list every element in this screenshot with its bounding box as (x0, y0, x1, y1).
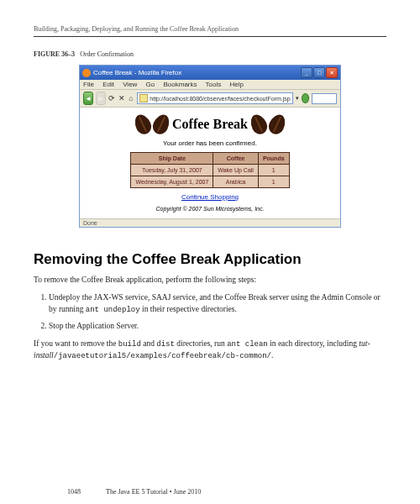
col-coffee: Coffee (213, 153, 259, 165)
step-text: Stop the Application Server. (49, 322, 139, 330)
figure-label: FIGURE 36–3 Order Confirmation (34, 50, 386, 58)
continue-shopping-link[interactable]: Continue Shopping (181, 193, 239, 201)
text: . (271, 351, 273, 360)
section-heading: Removing the Coffee Break Application (34, 251, 386, 268)
close-button[interactable]: × (326, 67, 338, 78)
step-item: Stop the Application Server. (49, 320, 386, 332)
code-text: build (118, 340, 141, 349)
col-shipdate: Ship Date (131, 153, 213, 165)
coffee-bean-icon (248, 112, 270, 136)
cell-pounds: 1 (258, 176, 289, 188)
window-title: Coffee Break - Mozilla Firefox (93, 69, 181, 76)
step-item: Undeploy the JAX-WS service, SAAJ servic… (49, 291, 386, 317)
copyright-text: Copyright © 2007 Sun Microsystems, Inc. (87, 206, 333, 212)
menu-tools[interactable]: Tools (206, 81, 222, 88)
text: in each directory, including (268, 339, 360, 348)
forward-button[interactable]: ► (96, 92, 106, 105)
menu-go[interactable]: Go (146, 81, 155, 88)
window-controls: _ □ × (301, 67, 338, 78)
after-text: If you want to remove the build and dist… (34, 339, 386, 362)
go-button[interactable] (302, 93, 309, 103)
col-pounds: Pounds (258, 153, 289, 165)
code-text: ant undeploy (86, 306, 140, 314)
code-text: ant clean (227, 340, 268, 349)
intro-text: To remove the Coffee Break application, … (34, 275, 386, 286)
logo-text: Coffee Break (172, 117, 248, 132)
search-input[interactable] (312, 93, 337, 104)
coffee-bean-icon (266, 112, 288, 136)
table-row: Tuesday, July 31, 2007 Wake Up Call 1 (131, 165, 289, 176)
step-text: in their respective directories. (140, 305, 237, 313)
page-content: Coffee Break Your order has been confirm… (80, 108, 340, 218)
order-table: Ship Date Coffee Pounds Tuesday, July 31… (130, 152, 289, 188)
code-text: dist (156, 340, 175, 349)
menu-file[interactable]: File (83, 81, 94, 88)
cell-coffee: Arabica (213, 176, 259, 188)
statusbar: Done (80, 218, 340, 227)
maximize-button[interactable]: □ (313, 67, 325, 78)
menubar: File Edit View Go Bookmarks Tools Help (80, 80, 340, 90)
text: directories, run (175, 339, 227, 348)
url-text: http://localhost:8080/cbserver/faces/che… (150, 96, 290, 102)
figure-number: FIGURE 36–3 (34, 50, 75, 58)
figure-caption: Order Confirmation (80, 50, 134, 58)
toolbar: ◄ ► ⟳ ✕ ⌂ http://localhost:8080/cbserver… (80, 90, 340, 108)
dropdown-icon[interactable]: ▾ (296, 95, 299, 102)
coffee-bean-icon (150, 112, 172, 136)
menu-edit[interactable]: Edit (102, 81, 114, 88)
cell-shipdate: Wednesday, August 1, 2007 (131, 176, 213, 188)
page-number: 1048 (67, 488, 81, 496)
text: If you want to remove the (34, 339, 118, 348)
stop-icon[interactable]: ✕ (118, 93, 125, 103)
page-header: Building, Packaging, Deploying, and Runn… (34, 25, 386, 37)
menu-help[interactable]: Help (230, 81, 244, 88)
page-icon (139, 94, 148, 102)
code-text: /javaeetutorial5/examples/coffeebreak/cb… (54, 352, 271, 360)
table-row: Wednesday, August 1, 2007 Arabica 1 (131, 176, 289, 188)
coffee-bean-icon (132, 112, 154, 136)
steps-list: Undeploy the JAX-WS service, SAAJ servic… (34, 291, 386, 332)
page-footer: 1048 The Java EE 5 Tutorial • June 2010 (67, 488, 353, 496)
cell-shipdate: Tuesday, July 31, 2007 (131, 165, 213, 176)
table-header-row: Ship Date Coffee Pounds (131, 153, 289, 165)
text: and (141, 339, 156, 348)
cell-pounds: 1 (258, 165, 289, 176)
footer-text: The Java EE 5 Tutorial • June 2010 (106, 488, 201, 496)
reload-icon[interactable]: ⟳ (108, 93, 116, 103)
confirmation-message: Your order has been confirmed. (87, 139, 333, 147)
back-button[interactable]: ◄ (83, 92, 93, 105)
logo: Coffee Break (87, 114, 333, 134)
firefox-icon (82, 69, 91, 77)
menu-view[interactable]: View (123, 81, 137, 88)
menu-bookmarks[interactable]: Bookmarks (164, 81, 197, 88)
minimize-button[interactable]: _ (301, 67, 312, 78)
address-bar[interactable]: http://localhost:8080/cbserver/faces/che… (137, 92, 292, 104)
home-icon[interactable]: ⌂ (128, 93, 135, 103)
browser-window: Coffee Break - Mozilla Firefox _ □ × Fil… (79, 65, 341, 228)
titlebar: Coffee Break - Mozilla Firefox _ □ × (80, 66, 340, 80)
cell-coffee: Wake Up Call (213, 165, 259, 176)
